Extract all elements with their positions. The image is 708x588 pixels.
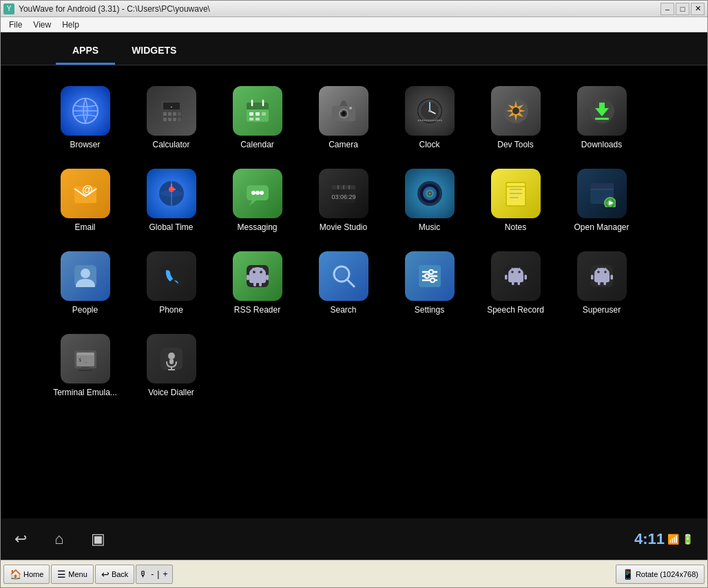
svg-rect-21 [249, 118, 253, 120]
android-screen: APPS WIDGETS Browser - Calculator [1, 32, 707, 560]
app-speechrecord[interactable]: Speech Record [472, 238, 559, 320]
camera-label: Camera [329, 140, 358, 149]
phone-icon [147, 251, 196, 301]
taskbar-right: 📱 Rotate (1024x768) [616, 565, 705, 584]
devtools-label: Dev Tools [497, 140, 533, 149]
svg-point-28 [349, 107, 352, 109]
clock-icon: ●●●●●●●●●●●● [405, 86, 455, 136]
svg-point-118 [604, 271, 607, 273]
back-icon: ↩ [101, 569, 110, 580]
svg-rect-74 [590, 189, 614, 190]
close-button[interactable]: ✕ [691, 3, 705, 15]
svg-marker-50 [249, 200, 256, 206]
app-calculator[interactable]: - Calculator [128, 72, 214, 155]
app-openmanager[interactable]: ▶ Open Manager [559, 155, 645, 238]
svg-rect-127 [76, 353, 94, 355]
mic-plus[interactable]: + [160, 569, 169, 579]
svg-rect-121 [591, 275, 594, 280]
nav-buttons: ↩ ⌂ ▣ [14, 530, 105, 548]
svg-rect-11 [173, 118, 176, 121]
rssreader-label: RSS Reader [234, 305, 280, 315]
status-bar: 4:11 📶 🔋 [634, 530, 694, 548]
svg-rect-22 [256, 118, 260, 120]
taskbar-home-button[interactable]: 🏠 Home [3, 565, 50, 584]
taskbar-rotate-button[interactable]: 📱 Rotate (1024x768) [616, 565, 705, 584]
settings-icon [405, 251, 455, 301]
people-icon [61, 251, 110, 301]
svg-point-117 [597, 271, 600, 273]
openmanager-icon: ▶ [577, 169, 627, 218]
back-nav-button[interactable]: ↩ [14, 530, 27, 548]
phone-label: Phone [159, 305, 183, 315]
camera-icon [319, 86, 368, 136]
tab-bar: APPS WIDGETS [1, 32, 707, 65]
svg-rect-19 [256, 112, 260, 116]
app-calendar[interactable]: Calendar [214, 72, 300, 155]
app-music[interactable]: Music [386, 155, 472, 238]
svg-point-100 [429, 270, 433, 274]
svg-rect-133 [169, 359, 174, 364]
app-email[interactable]: @ Email [42, 155, 128, 238]
svg-rect-10 [168, 118, 171, 121]
tab-apps[interactable]: APPS [56, 38, 115, 65]
svg-point-101 [425, 274, 429, 278]
svg-text:●●●●●●●●●●●●: ●●●●●●●●●●●● [417, 118, 441, 122]
taskbar-mic-area: 🎙 - | + [136, 565, 173, 584]
svg-rect-108 [512, 281, 514, 285]
app-superuser[interactable]: Superuser [559, 238, 645, 320]
app-devtools[interactable]: Dev Tools [472, 72, 559, 155]
app-voicedialler[interactable]: Voice Dialler [128, 320, 214, 403]
signal-icon: 📶 [667, 534, 679, 545]
svg-rect-119 [598, 281, 601, 285]
taskbar-left: 🏠 Home ☰ Menu ↩ Back 🎙 - | + [3, 565, 173, 584]
svg-point-65 [428, 192, 430, 194]
svg-point-27 [341, 111, 342, 112]
menu-file[interactable]: File [3, 19, 28, 31]
settings-label: Settings [415, 305, 444, 315]
downloads-label: Downloads [581, 140, 622, 149]
rotate-icon: 📱 [622, 569, 634, 580]
maximize-button[interactable]: □ [676, 3, 689, 15]
messaging-label: Messaging [237, 222, 277, 232]
battery-icon: 🔋 [682, 534, 694, 545]
taskbar-menu-button[interactable]: ☰ Menu [51, 565, 94, 584]
clock-label: Clock [419, 140, 439, 149]
taskbar-back-button[interactable]: ↩ Back [95, 565, 134, 584]
app-phone[interactable]: Phone [128, 238, 214, 320]
svg-rect-120 [603, 281, 606, 285]
home-nav-button[interactable]: ⌂ [54, 530, 63, 548]
mic-minus[interactable]: - [149, 569, 156, 579]
menu-bar: File View Help [1, 17, 707, 32]
app-downloads[interactable]: Downloads [559, 72, 645, 155]
svg-point-106 [511, 271, 514, 273]
menu-view[interactable]: View [28, 19, 56, 31]
app-messaging[interactable]: Messaging [214, 155, 300, 238]
svg-line-95 [347, 280, 354, 286]
menu-help[interactable]: Help [56, 19, 85, 31]
app-terminalemula[interactable]: $ _ Terminal Emula... [42, 320, 128, 403]
downloads-icon [577, 86, 627, 136]
app-moviestudio[interactable]: 03:06:29 Movie Studio [300, 155, 386, 238]
terminalemula-label: Terminal Emula... [53, 388, 117, 397]
app-search[interactable]: Search [300, 238, 386, 320]
app-globaltime[interactable]: Global Time [128, 155, 214, 238]
moviestudio-label: Movie Studio [320, 222, 367, 232]
app-rssreader[interactable]: RSS Reader [214, 238, 300, 320]
svg-rect-7 [173, 112, 176, 116]
recent-nav-button[interactable]: ▣ [91, 530, 105, 548]
svg-text:03:06:29: 03:06:29 [331, 193, 355, 200]
svg-text:▶: ▶ [609, 200, 614, 206]
email-label: Email [74, 222, 95, 232]
app-camera[interactable]: Camera [300, 72, 386, 155]
minimize-button[interactable]: – [660, 3, 674, 15]
speechrecord-icon [491, 251, 541, 301]
app-settings[interactable]: Settings [386, 238, 472, 320]
tab-widgets[interactable]: WIDGETS [115, 38, 193, 65]
app-clock[interactable]: ●●●●●●●●●●●● Clock [386, 72, 472, 155]
back-btn-label: Back [112, 570, 128, 578]
app-browser[interactable]: Browser [42, 72, 128, 155]
app-notes[interactable]: Notes [472, 155, 559, 238]
openmanager-label: Open Manager [574, 222, 629, 232]
app-people[interactable]: People [42, 238, 128, 320]
app-icon: Y [3, 3, 14, 14]
